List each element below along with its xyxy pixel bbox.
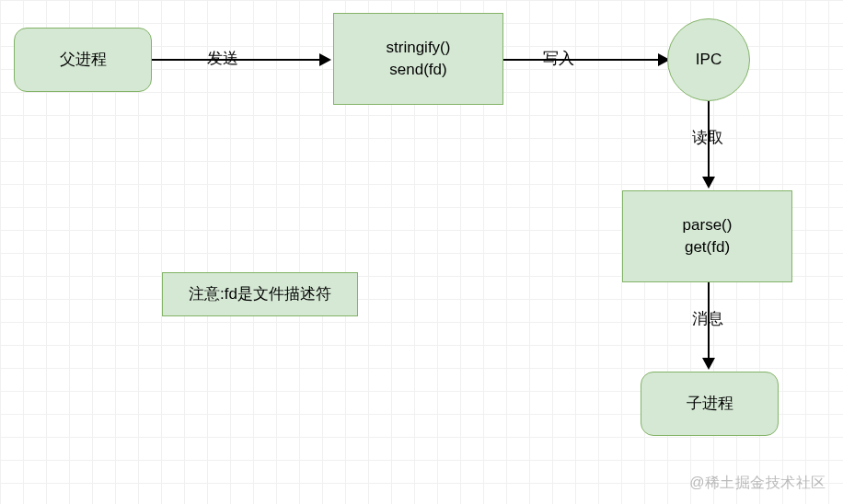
node-stringify-line2: send(fd) — [389, 59, 446, 81]
node-parent-label: 父进程 — [60, 49, 107, 71]
edge-send-arrowhead — [319, 53, 331, 66]
edge-write-line — [503, 59, 658, 61]
node-child-process: 子进程 — [641, 372, 779, 436]
node-ipc-label: IPC — [696, 49, 722, 71]
node-stringify-send: stringify() send(fd) — [333, 13, 503, 105]
note-box: 注意:fd是文件描述符 — [162, 272, 358, 316]
node-parse-line1: parse() — [683, 214, 733, 236]
node-parse-line2: get(fd) — [685, 236, 730, 258]
node-stringify-line1: stringify() — [387, 37, 451, 59]
watermark-text: @稀土掘金技术社区 — [689, 474, 826, 493]
edge-read-label: 读取 — [692, 127, 723, 148]
edge-message-arrowhead — [702, 358, 715, 370]
node-parse-get: parse() get(fd) — [622, 190, 792, 282]
edge-message-label: 消息 — [692, 308, 723, 329]
note-label: 注意:fd是文件描述符 — [189, 283, 331, 305]
node-child-label: 子进程 — [687, 393, 733, 415]
edge-send-label: 发送 — [207, 48, 238, 69]
edge-read-arrowhead — [702, 177, 715, 189]
node-ipc: IPC — [667, 18, 750, 101]
edge-write-label: 写入 — [543, 48, 574, 69]
node-parent-process: 父进程 — [14, 28, 152, 92]
